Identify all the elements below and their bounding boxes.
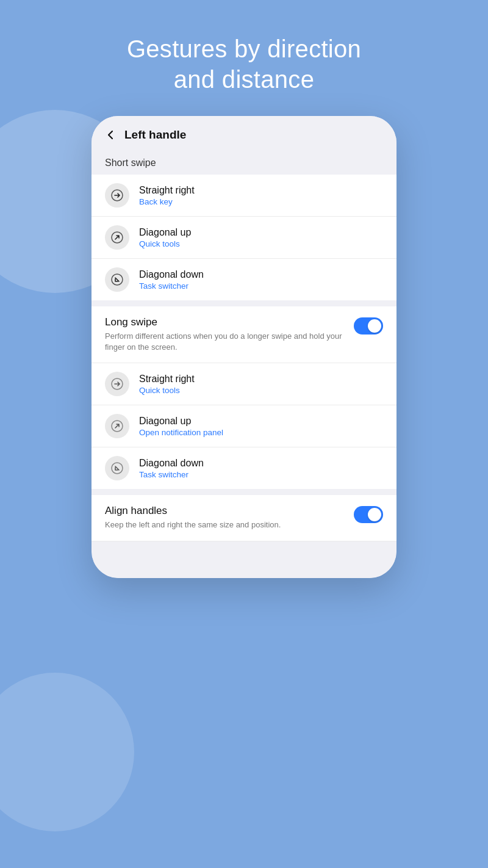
long-swipe-toggle-title: Long swipe bbox=[105, 316, 344, 328]
align-handles-toggle-desc: Keep the left and right the same size an… bbox=[105, 519, 344, 530]
straight-right-icon-circle bbox=[105, 183, 129, 208]
short-diagonal-down-subtitle: Task switcher bbox=[139, 281, 204, 291]
short-diagonal-up-title: Diagonal up bbox=[139, 227, 191, 238]
long-swipe-card: Straight right Quick tools Diagonal up O… bbox=[92, 363, 396, 489]
long-diagonal-up-text: Diagonal up Open notification panel bbox=[139, 416, 223, 437]
header-title: Left handle bbox=[124, 128, 186, 142]
long-diagonal-down-subtitle: Task switcher bbox=[139, 470, 204, 479]
long-diagonal-up-item[interactable]: Diagonal up Open notification panel bbox=[92, 405, 396, 447]
long-straight-right-item[interactable]: Straight right Quick tools bbox=[92, 363, 396, 405]
short-swipe-label: Short swipe bbox=[92, 150, 396, 175]
short-swipe-card: Straight right Back key Diagonal up Quic… bbox=[92, 175, 396, 300]
long-swipe-toggle-row: Long swipe Perform different actions whe… bbox=[92, 306, 396, 363]
spacer-1 bbox=[92, 300, 396, 306]
diagonal-up-icon-circle bbox=[105, 225, 129, 250]
long-diagonal-up-title: Diagonal up bbox=[139, 416, 223, 427]
long-straight-right-subtitle: Quick tools bbox=[139, 386, 195, 395]
align-handles-toggle[interactable] bbox=[354, 506, 383, 523]
long-swipe-toggle[interactable] bbox=[354, 317, 383, 335]
short-straight-right-item[interactable]: Straight right Back key bbox=[92, 175, 396, 217]
long-swipe-toggle-desc: Perform different actions when you do a … bbox=[105, 331, 344, 353]
short-straight-right-text: Straight right Back key bbox=[139, 185, 195, 206]
long-diagonal-down-text: Diagonal down Task switcher bbox=[139, 458, 204, 479]
align-handles-toggle-title: Align handles bbox=[105, 505, 344, 517]
long-diagonal-up-subtitle: Open notification panel bbox=[139, 428, 223, 437]
bottom-spacer bbox=[92, 541, 396, 578]
short-diagonal-down-title: Diagonal down bbox=[139, 269, 204, 280]
long-straight-right-text: Straight right Quick tools bbox=[139, 374, 195, 395]
short-diagonal-up-subtitle: Quick tools bbox=[139, 239, 191, 248]
bg-blob-bottom bbox=[0, 673, 134, 831]
align-handles-toggle-text: Align handles Keep the left and right th… bbox=[105, 505, 354, 530]
phone-frame: Left handle Short swipe Straight right B… bbox=[92, 116, 396, 578]
diagonal-down-icon-circle bbox=[105, 267, 129, 292]
page-title: Gestures by directionand distance bbox=[102, 34, 386, 95]
short-straight-right-subtitle: Back key bbox=[139, 197, 195, 206]
phone-header: Left handle bbox=[92, 116, 396, 150]
long-diagonal-down-item[interactable]: Diagonal down Task switcher bbox=[92, 447, 396, 489]
short-diagonal-down-item[interactable]: Diagonal down Task switcher bbox=[92, 259, 396, 300]
long-diagonal-down-title: Diagonal down bbox=[139, 458, 204, 469]
short-straight-right-title: Straight right bbox=[139, 185, 195, 196]
spacer-2 bbox=[92, 489, 396, 495]
align-handles-toggle-row: Align handles Keep the left and right th… bbox=[92, 495, 396, 541]
short-diagonal-up-text: Diagonal up Quick tools bbox=[139, 227, 191, 248]
long-straight-right-icon-circle bbox=[105, 372, 129, 396]
long-swipe-toggle-text: Long swipe Perform different actions whe… bbox=[105, 316, 354, 353]
short-diagonal-down-text: Diagonal down Task switcher bbox=[139, 269, 204, 291]
back-button[interactable] bbox=[104, 128, 117, 142]
short-diagonal-up-item[interactable]: Diagonal up Quick tools bbox=[92, 217, 396, 259]
long-diagonal-down-icon-circle bbox=[105, 456, 129, 480]
long-straight-right-title: Straight right bbox=[139, 374, 195, 385]
long-diagonal-up-icon-circle bbox=[105, 414, 129, 438]
